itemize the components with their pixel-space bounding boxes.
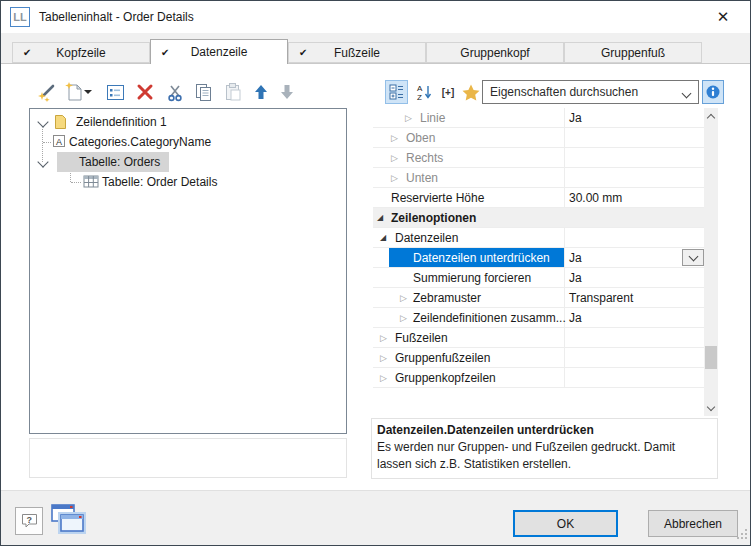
scrollbar-thumb[interactable]: [705, 346, 717, 369]
overlapping-windows-icon: [49, 503, 87, 537]
expand-all-icon[interactable]: [+]: [436, 80, 460, 104]
collapse-arrow-icon[interactable]: [377, 208, 383, 227]
property-row-rechts[interactable]: Rechts: [373, 148, 704, 168]
paste-icon[interactable]: [221, 80, 245, 104]
column-divider: [564, 248, 565, 267]
collapse-arrow-icon[interactable]: [380, 228, 386, 247]
tab-check-icon[interactable]: ✔: [299, 47, 307, 58]
property-row-datenzeilen-unterdruecken[interactable]: Datenzeilen unterdrücken Ja: [373, 248, 704, 268]
expand-arrow-icon[interactable]: [391, 148, 398, 167]
tab-kopfzeile[interactable]: ✔ Kopfzeile: [12, 42, 150, 63]
expand-arrow-icon[interactable]: [400, 308, 407, 327]
property-grid-scrollbar[interactable]: [704, 108, 718, 416]
column-divider: [564, 288, 565, 307]
tab-fusszeile[interactable]: ✔ Fußzeile: [288, 42, 426, 63]
property-row-summierung-forcieren[interactable]: Summierung forcieren Ja: [373, 268, 704, 288]
column-divider: [564, 108, 565, 127]
chevron-down-icon[interactable]: [682, 89, 692, 99]
tree-item-tabelle-orders[interactable]: Tabelle: Orders: [30, 152, 345, 172]
new-dropdown-icon[interactable]: [82, 80, 94, 104]
property-row-linie[interactable]: Linie Ja: [373, 108, 704, 128]
favorites-star-icon[interactable]: [459, 80, 483, 104]
tree-item-zeilendefinition-1[interactable]: Zeilendefinition 1: [30, 112, 345, 132]
scroll-down-button[interactable]: [704, 400, 718, 416]
categorized-view-button[interactable]: [385, 80, 408, 104]
property-label: Gruppenfußzeilen: [395, 348, 490, 367]
column-divider: [564, 168, 565, 187]
move-down-icon[interactable]: [275, 80, 299, 104]
property-row-zebramuster[interactable]: Zebramuster Transparent: [373, 288, 704, 308]
expand-arrow-icon[interactable]: [400, 288, 407, 307]
column-divider: [564, 368, 565, 387]
expand-arrow-icon[interactable]: [391, 168, 398, 187]
resize-grip[interactable]: [736, 528, 748, 543]
help-icon: ?: [21, 513, 38, 529]
expand-arrow-icon[interactable]: [380, 368, 387, 387]
ok-button[interactable]: OK: [513, 510, 618, 537]
property-group-gruppenfusszeilen[interactable]: Gruppenfußzeilen: [373, 348, 704, 368]
column-divider: [564, 328, 565, 347]
bottom-bar: ? OK Abbrechen: [1, 490, 750, 545]
move-up-icon[interactable]: [249, 80, 273, 104]
tab-label: Gruppenfuß: [601, 46, 665, 60]
ok-button-label: OK: [557, 517, 574, 531]
close-button[interactable]: ✕: [702, 3, 744, 31]
tab-check-icon[interactable]: ✔: [161, 47, 169, 58]
property-row-oben[interactable]: Oben: [373, 128, 704, 148]
property-label: Datenzeilen unterdrücken: [413, 248, 550, 267]
title-bar[interactable]: LL Tabelleninhalt - Order Details ✕: [1, 1, 750, 33]
expand-arrow-icon[interactable]: [380, 348, 387, 367]
property-label: Oben: [406, 128, 435, 147]
tab-gruppenkopf[interactable]: Gruppenkopf: [426, 42, 564, 63]
category-label: Zeilenoptionen: [391, 208, 476, 227]
chevron-up-icon: [707, 113, 715, 121]
edit-wizard-icon[interactable]: [35, 80, 59, 104]
window-title: Tabelleninhalt - Order Details: [39, 1, 194, 33]
svg-text:Z: Z: [417, 93, 422, 102]
property-label: Unten: [406, 168, 438, 187]
window-layout-toggle-button[interactable]: [49, 503, 87, 540]
chevron-down-icon[interactable]: [37, 156, 48, 167]
property-group-fusszeilen[interactable]: Fußzeilen: [373, 328, 704, 348]
tree-item-label: Categories.CategoryName: [69, 132, 211, 152]
dialog-tabelleninhalt: LL Tabelleninhalt - Order Details ✕ ✔ Ko…: [0, 0, 751, 546]
property-category-zeilenoptionen[interactable]: Zeilenoptionen: [373, 208, 704, 228]
search-properties-combobox[interactable]: Eigenschaften durchsuchen: [482, 80, 699, 104]
property-row-unten[interactable]: Unten: [373, 168, 704, 188]
sort-alphabetical-icon[interactable]: A Z: [412, 80, 436, 104]
scroll-up-button[interactable]: [704, 108, 718, 124]
property-row-reservierte-hoehe[interactable]: Reservierte Höhe 30.00 mm: [373, 188, 704, 208]
expand-arrow-icon[interactable]: [380, 328, 387, 347]
tree-item-tabelle-order-details[interactable]: Tabelle: Order Details: [30, 172, 345, 192]
properties-form-icon[interactable]: [103, 80, 127, 104]
expand-arrow-icon[interactable]: [391, 128, 398, 147]
property-group-gruppenkopfzeilen[interactable]: Gruppenkopfzeilen: [373, 368, 704, 388]
cut-icon[interactable]: [163, 80, 187, 104]
svg-text:A: A: [417, 84, 423, 93]
copy-icon[interactable]: [191, 80, 215, 104]
expand-arrow-icon[interactable]: [405, 108, 412, 127]
chevron-down-icon[interactable]: [37, 116, 48, 127]
property-label: Rechts: [406, 148, 443, 167]
cancel-button[interactable]: Abbrechen: [648, 510, 738, 537]
property-group-datenzeilen[interactable]: Datenzeilen: [373, 228, 704, 248]
help-button[interactable]: ?: [15, 507, 43, 535]
chevron-down-icon: [707, 402, 715, 410]
delete-icon[interactable]: [133, 80, 157, 104]
row-definition-tree: Zeilendefinition 1 A Categories.Category…: [29, 108, 347, 434]
tab-label: Datenzeile: [191, 45, 248, 59]
tab-check-icon[interactable]: ✔: [23, 47, 31, 58]
tree-item-label: Tabelle: Orders: [79, 152, 160, 172]
property-row-zeilendefinitionen-zusammenfuehren[interactable]: Zeilendefinitionen zusamm... Ja: [373, 308, 704, 328]
tab-datenzeile[interactable]: ✔ Datenzeile: [150, 39, 288, 64]
value-dropdown-button[interactable]: [682, 249, 704, 266]
table-icon: [83, 175, 99, 192]
tab-gruppenfuss[interactable]: Gruppenfuß: [564, 42, 702, 63]
tree-item-categories-categoryname[interactable]: A Categories.CategoryName: [30, 132, 345, 152]
property-value: Ja: [569, 248, 582, 267]
description-toggle-button[interactable]: [702, 80, 724, 104]
tab-label: Fußzeile: [334, 46, 380, 60]
property-value: Ja: [569, 308, 582, 327]
property-label: Summierung forcieren: [413, 268, 531, 287]
property-label: Datenzeilen: [395, 228, 458, 247]
